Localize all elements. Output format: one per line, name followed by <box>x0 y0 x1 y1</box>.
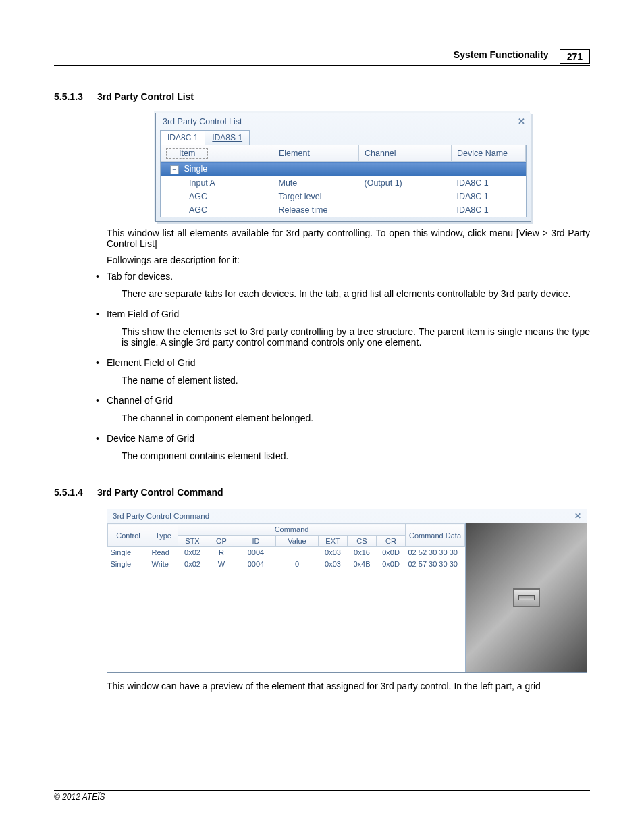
cell-value: 0 <box>276 558 319 570</box>
col-id: ID <box>236 536 276 547</box>
col-device-name: Device Name <box>452 145 526 162</box>
col-channel: Channel <box>359 145 452 162</box>
page-header: System Functionality 271 <box>54 47 590 66</box>
cell-device: IDA8C 1 <box>452 190 526 203</box>
bullet-desc: There are separate tabs for each devices… <box>122 288 590 299</box>
col-command-data: Command Data <box>406 524 465 547</box>
col-item: Item <box>166 148 208 159</box>
bullet-desc: This show the elements set to 3rd party … <box>122 326 590 348</box>
grid-row[interactable]: AGC Release time IDA8C 1 <box>161 203 526 217</box>
cell-element: Mute <box>273 176 359 190</box>
cell-item: AGC <box>161 203 273 217</box>
slider-icon <box>518 595 535 600</box>
page-footer: © 2012 ATEÏS <box>54 790 590 802</box>
grid-row[interactable]: Input A Mute (Output 1) IDA8C 1 <box>161 176 526 190</box>
preview-control-icon[interactable] <box>513 588 540 607</box>
section1-bullets: Tab for devices. There are separate tabs… <box>54 271 590 461</box>
control-list-title: 3rd Party Control List <box>163 117 242 126</box>
col-value: Value <box>276 536 319 547</box>
page: System Functionality 271 5.5.1.3 3rd Par… <box>0 0 644 834</box>
bullet-title: Channel of Grid <box>107 395 173 406</box>
cell-channel <box>359 203 452 217</box>
bullet-title: Item Field of Grid <box>107 309 179 319</box>
bullet-title: Tab for devices. <box>107 271 173 282</box>
cell-cs: 0x4B <box>348 558 377 570</box>
bullet-element-field: Element Field of Grid The name of elemen… <box>107 357 590 386</box>
bullet-desc: The component contains element listed. <box>122 450 590 461</box>
control-command-window: 3rd Party Control Command ✕ Control Type… <box>107 509 587 673</box>
section-title-2: 3rd Party Control Command <box>97 487 223 498</box>
grid2-header-row1: Control Type Command Command Data <box>108 524 465 536</box>
cell-channel <box>359 190 452 203</box>
section-heading-1: 5.5.1.3 3rd Party Control List <box>54 91 590 102</box>
cell-id: 0004 <box>236 558 276 570</box>
col-ext: EXT <box>319 536 348 547</box>
control-list-caption: 3rd Party Control List ✕ <box>156 113 531 130</box>
cell-stx: 0x02 <box>178 547 207 558</box>
grid-header-row: Item Element Channel Device Name <box>161 145 526 162</box>
bullet-tab-devices: Tab for devices. There are separate tabs… <box>107 271 590 299</box>
grid2-row[interactable]: Single Write 0x02 W 0004 0 0x03 0x4B 0x0… <box>108 558 465 570</box>
tab-ida8s-1[interactable]: IDA8S 1 <box>205 130 250 145</box>
bullet-desc: The name of element listed. <box>122 375 590 386</box>
cell-id: 0004 <box>236 547 276 558</box>
grid-row[interactable]: AGC Target level IDA8C 1 <box>161 190 526 203</box>
cell-device: IDA8C 1 <box>452 176 526 190</box>
col-cs: CS <box>348 536 377 547</box>
collapse-icon[interactable]: − <box>170 165 179 174</box>
cell-cmddata: 02 57 30 30 30 <box>406 558 465 570</box>
col-element: Element <box>273 145 359 162</box>
col-stx: STX <box>178 536 207 547</box>
group-label: Single <box>184 164 207 174</box>
bullet-channel-field: Channel of Grid The channel in component… <box>107 395 590 423</box>
page-number: 271 <box>560 49 590 64</box>
section1-intro: This window list all elements available … <box>107 228 590 249</box>
bullet-item-field: Item Field of Grid This show the element… <box>107 309 590 348</box>
cell-cs: 0x16 <box>348 547 377 558</box>
cell-control: Single <box>108 558 149 570</box>
grid-row-group[interactable]: − Single <box>161 162 526 177</box>
cell-channel: (Output 1) <box>359 176 452 190</box>
col-command-group: Command <box>178 524 406 536</box>
col-op: OP <box>207 536 236 547</box>
control-list-grid: Item Element Channel Device Name − Singl… <box>160 145 527 217</box>
control-command-body: Control Type Command Command Data STX OP… <box>107 523 587 672</box>
cell-op: R <box>207 547 236 558</box>
cell-element: Target level <box>273 190 359 203</box>
col-cr: CR <box>377 536 406 547</box>
cell-cmddata: 02 52 30 30 30 <box>406 547 465 558</box>
cell-op: W <box>207 558 236 570</box>
control-command-title: 3rd Party Control Command <box>113 512 209 520</box>
close-icon[interactable]: ✕ <box>574 511 581 521</box>
cell-cr: 0x0D <box>377 547 406 558</box>
section-number-1: 5.5.1.3 <box>54 91 95 102</box>
col-control: Control <box>108 524 149 547</box>
cell-ext: 0x03 <box>319 558 348 570</box>
header-title: System Functionality <box>454 49 549 60</box>
preview-panel <box>465 523 587 672</box>
section2-outro: This window can have a preview of the el… <box>107 681 590 692</box>
col-type: Type <box>149 524 178 547</box>
section-number-2: 5.5.1.4 <box>54 487 95 498</box>
cell-type: Read <box>149 547 178 558</box>
section-heading-2: 5.5.1.4 3rd Party Control Command <box>54 487 590 498</box>
bullet-title: Element Field of Grid <box>107 357 196 368</box>
cell-control: Single <box>108 547 149 558</box>
cell-item: Input A <box>161 176 273 190</box>
cell-value <box>276 547 319 558</box>
bullet-desc: The channel in component element belonge… <box>122 413 590 423</box>
tab-ida8c-1[interactable]: IDA8C 1 <box>160 130 205 145</box>
cell-stx: 0x02 <box>178 558 207 570</box>
cell-element: Release time <box>273 203 359 217</box>
cell-cr: 0x0D <box>377 558 406 570</box>
cell-device: IDA8C 1 <box>452 203 526 217</box>
cell-ext: 0x03 <box>319 547 348 558</box>
close-icon[interactable]: ✕ <box>518 116 525 126</box>
section1-followings: Followings are description for it: <box>107 255 590 265</box>
copyright-text: © 2012 ATEÏS <box>54 792 105 802</box>
command-grid-area: Control Type Command Command Data STX OP… <box>107 523 465 660</box>
control-command-caption: 3rd Party Control Command ✕ <box>107 509 587 523</box>
cell-type: Write <box>149 558 178 570</box>
bullet-device-name-field: Device Name of Grid The component contai… <box>107 433 590 461</box>
grid2-row[interactable]: Single Read 0x02 R 0004 0x03 0x16 0x0D 0… <box>108 547 465 558</box>
